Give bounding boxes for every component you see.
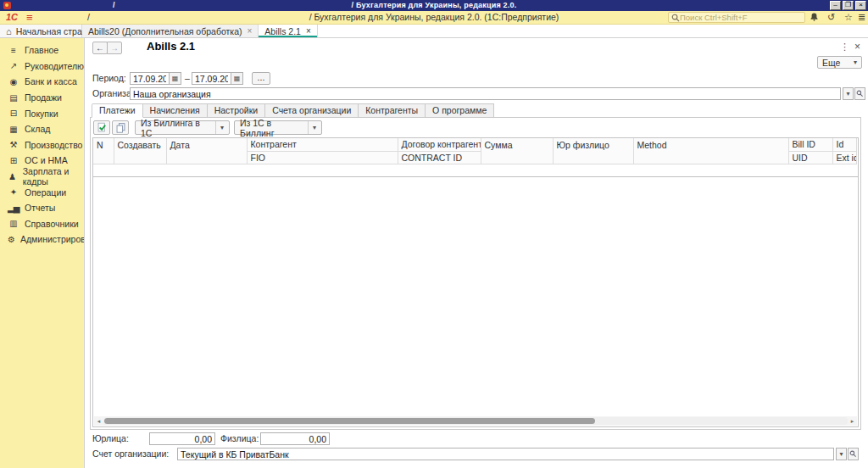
forward-button[interactable]: → bbox=[107, 42, 122, 54]
tab-close-icon[interactable]: × bbox=[247, 26, 252, 36]
home-icon: ⌂ bbox=[6, 26, 12, 36]
bar-chart-icon: ▂▅ bbox=[8, 203, 19, 213]
window-title: / Бухгалтерия для Украины, редакция 2.0. bbox=[0, 1, 868, 9]
col-ext-id[interactable]: Ext id bbox=[832, 151, 856, 164]
sidebar-item-administrirovanie[interactable]: ⚙Администрирование bbox=[0, 231, 84, 248]
more-button[interactable]: Еще ▾ bbox=[817, 56, 862, 69]
sidebar-item-label: Операции bbox=[25, 187, 66, 198]
app-window: / / Бухгалтерия для Украины, редакция 2.… bbox=[0, 0, 868, 468]
col-data[interactable]: Дата bbox=[166, 138, 247, 164]
col-summa[interactable]: Сумма bbox=[481, 138, 553, 164]
sidebar-item-proizvodstvo[interactable]: ⚒Производство bbox=[0, 137, 84, 153]
col-contract-id[interactable]: CONTRACT ID bbox=[398, 151, 481, 164]
col-yur-fizlico[interactable]: Юр физлицо bbox=[553, 138, 633, 164]
sidebar-item-bank-i-kassa[interactable]: ◉Банк и касса bbox=[0, 74, 84, 90]
fiz-total-label: Физлица: bbox=[220, 432, 259, 445]
sidebar-item-spravochniki[interactable]: ▥Справочники bbox=[0, 216, 84, 232]
account-label: Счет организации: bbox=[92, 448, 169, 460]
sidebar-item-label: Отчеты bbox=[25, 203, 55, 213]
global-search[interactable] bbox=[668, 12, 805, 23]
tab-nastroyki[interactable]: Настройки bbox=[208, 103, 266, 118]
chevron-down-icon: ▾ bbox=[854, 58, 857, 66]
organization-open-link-icon[interactable] bbox=[854, 87, 865, 100]
tab-kontragenty[interactable]: Контрагенты bbox=[359, 103, 426, 118]
calendar-icon[interactable]: ▦ bbox=[169, 73, 181, 84]
sidebar-item-sklad[interactable]: ▦Склад bbox=[0, 121, 84, 137]
account-input[interactable] bbox=[178, 448, 833, 460]
period-to-input[interactable] bbox=[192, 73, 231, 84]
horizontal-scrollbar[interactable]: ◂ ▸ bbox=[94, 416, 857, 426]
search-icon bbox=[671, 14, 680, 22]
scrollbar-thumb[interactable] bbox=[104, 418, 595, 424]
book-icon: ▥ bbox=[8, 219, 19, 228]
tab-nachisleniya[interactable]: Начисления bbox=[143, 103, 208, 118]
fiz-total-field bbox=[260, 432, 330, 445]
notifications-bell-icon[interactable] bbox=[810, 12, 819, 22]
sidebar-item-label: Покупки bbox=[25, 109, 58, 119]
sidebar-item-operatsii[interactable]: ✦Операции bbox=[0, 184, 84, 200]
col-id[interactable]: Id bbox=[832, 138, 856, 151]
tab-home[interactable]: ⌂ Начальная страница bbox=[0, 25, 82, 37]
app-toolbar: 1С ≡ / / Бухгалтерия для Украины, редакц… bbox=[0, 11, 868, 25]
check-document-icon bbox=[97, 122, 108, 133]
tab-abills21[interactable]: Abills 2.1 × bbox=[259, 25, 317, 37]
cart-icon: ⊟ bbox=[8, 109, 19, 118]
col-uid[interactable]: UID bbox=[788, 151, 832, 164]
yur-total-input[interactable] bbox=[150, 433, 214, 444]
table-current-row[interactable] bbox=[93, 164, 858, 177]
col-fio[interactable]: FIO bbox=[247, 151, 398, 164]
chevron-down-icon: ▾ bbox=[215, 121, 224, 134]
tab-scheta-organizacii[interactable]: Счета организации bbox=[265, 103, 359, 118]
from-billing-button[interactable]: Из Биллинга в 1С ▾ bbox=[135, 120, 230, 135]
assets-icon: ⊞ bbox=[8, 156, 19, 165]
sidebar-item-zarplata-i-kadry[interactable]: ♟Зарплата и кадры bbox=[0, 169, 84, 185]
yur-total-label: Юрлица: bbox=[92, 432, 129, 445]
kebab-menu-icon[interactable]: ⋮ bbox=[840, 42, 849, 53]
payments-table: N Создавать Дата Контрагент Договор конт… bbox=[92, 137, 859, 427]
copy-button[interactable] bbox=[112, 120, 129, 135]
organization-dropdown-button[interactable]: ▾ bbox=[843, 87, 854, 100]
search-input[interactable] bbox=[680, 13, 802, 22]
scroll-left-icon[interactable]: ◂ bbox=[94, 418, 103, 425]
back-button[interactable]: ← bbox=[92, 42, 108, 54]
scrollbar-track[interactable] bbox=[103, 417, 848, 425]
col-n[interactable]: N bbox=[93, 138, 114, 164]
minimize-button[interactable]: – bbox=[830, 1, 841, 10]
col-sozdavat[interactable]: Создавать bbox=[114, 138, 166, 164]
account-open-link-icon[interactable] bbox=[848, 448, 859, 460]
col-bill-id[interactable]: Bill ID bbox=[788, 138, 832, 151]
post-check-button[interactable] bbox=[93, 120, 110, 135]
sidebar-item-glavnoe[interactable]: ≡Главное bbox=[0, 42, 84, 58]
sidebar-item-label: Склад bbox=[25, 124, 50, 134]
to-billing-button[interactable]: Из 1С в Биллинг ▾ bbox=[234, 120, 322, 135]
sidebar-item-pokupki[interactable]: ⊟Покупки bbox=[0, 105, 84, 121]
from-billing-label: Из Биллинга в 1С bbox=[141, 118, 209, 138]
service-menu-icon[interactable]: ≣ bbox=[858, 12, 865, 23]
col-kontragent[interactable]: Контрагент bbox=[247, 138, 398, 151]
warehouse-icon: ▦ bbox=[8, 125, 19, 134]
sidebar-item-label: Продажи bbox=[25, 92, 62, 103]
sidebar-item-rukovoditelyu[interactable]: ↗Руководителю bbox=[0, 58, 84, 75]
sidebar-item-label: ОС и НМА bbox=[25, 155, 68, 165]
col-dogovor[interactable]: Договор контрагента bbox=[398, 138, 481, 151]
tab-o-programme[interactable]: О программе bbox=[426, 103, 494, 118]
period-from-input[interactable] bbox=[131, 73, 169, 84]
tab-platezhi[interactable]: Платежи bbox=[92, 103, 143, 118]
fiz-total-input[interactable] bbox=[261, 433, 329, 444]
favorites-star-icon[interactable]: ☆ bbox=[844, 12, 853, 23]
close-window-button[interactable]: × bbox=[855, 1, 866, 10]
close-form-icon[interactable]: × bbox=[854, 41, 860, 53]
calendar-icon[interactable]: ▦ bbox=[231, 73, 242, 84]
account-dropdown-button[interactable]: ▾ bbox=[836, 448, 847, 460]
history-icon[interactable]: ↺ bbox=[827, 12, 835, 23]
tab-abills20[interactable]: Abills20 (Дополнительная обработка) × bbox=[82, 25, 259, 37]
period-options-button[interactable]: ... bbox=[252, 72, 270, 85]
organization-input[interactable] bbox=[131, 88, 840, 99]
sidebar-item-prodazhi[interactable]: ▤Продажи bbox=[0, 90, 84, 106]
restore-button[interactable]: ❐ bbox=[843, 1, 854, 10]
sidebar-item-otchety[interactable]: ▂▅Отчеты bbox=[0, 200, 84, 216]
payments-table-header: N Создавать Дата Контрагент Договор конт… bbox=[93, 138, 857, 164]
scroll-right-icon[interactable]: ▸ bbox=[848, 418, 857, 425]
tab-close-icon[interactable]: × bbox=[306, 26, 311, 36]
col-method[interactable]: Method bbox=[633, 138, 788, 164]
